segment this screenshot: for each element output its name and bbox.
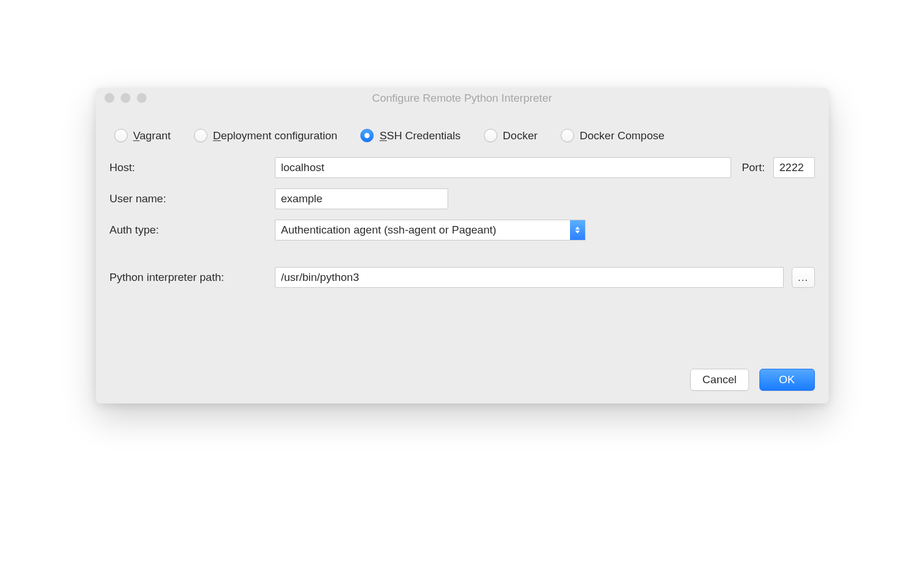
- radio-icon: [114, 129, 128, 142]
- chevron-down-icon: [575, 231, 580, 234]
- titlebar: Configure Remote Python Interpreter: [96, 88, 829, 108]
- radio-icon: [194, 129, 207, 142]
- dialog-content: Vagrant Deployment configuration SSH Cre…: [96, 108, 829, 403]
- dropdown-stepper-icon: [570, 220, 585, 240]
- ellipsis-icon: ...: [798, 272, 808, 284]
- radio-label: Deployment configuration: [213, 129, 337, 142]
- interpreter-path-row: ...: [275, 267, 815, 288]
- radio-inner-dot: [364, 133, 370, 138]
- host-input[interactable]: [275, 157, 732, 178]
- interpreter-type-radios: Vagrant Deployment configuration SSH Cre…: [110, 118, 815, 157]
- minimize-window-icon[interactable]: [121, 93, 131, 103]
- cancel-button[interactable]: Cancel: [690, 369, 748, 391]
- radio-label: Docker: [503, 129, 538, 142]
- close-window-icon[interactable]: [105, 93, 114, 103]
- button-row: Cancel OK: [110, 288, 815, 391]
- chevron-up-icon: [575, 227, 580, 229]
- auth-type-label: Auth type:: [110, 224, 275, 236]
- radio-vagrant[interactable]: Vagrant: [114, 129, 171, 142]
- username-row: [275, 188, 815, 209]
- radio-label: Vagrant: [133, 129, 171, 142]
- browse-button[interactable]: ...: [792, 267, 815, 288]
- username-label: User name:: [110, 192, 275, 205]
- interpreter-path-label: Python interpreter path:: [110, 271, 275, 284]
- username-input[interactable]: [275, 188, 448, 209]
- radio-deployment-configuration[interactable]: Deployment configuration: [194, 129, 337, 142]
- zoom-window-icon[interactable]: [137, 93, 147, 103]
- radio-label: SSH Credentials: [379, 129, 460, 142]
- port-input[interactable]: [773, 157, 815, 178]
- radio-docker-compose[interactable]: Docker Compose: [561, 129, 665, 142]
- window-controls: [96, 93, 147, 103]
- auth-type-dropdown[interactable]: Authentication agent (ssh-agent or Pagea…: [275, 220, 586, 240]
- radio-icon-selected: [360, 129, 374, 142]
- radio-icon: [484, 129, 497, 142]
- dialog-title: Configure Remote Python Interpreter: [96, 92, 829, 105]
- radio-ssh-credentials[interactable]: SSH Credentials: [360, 129, 460, 142]
- ok-button[interactable]: OK: [759, 369, 815, 391]
- radio-docker[interactable]: Docker: [484, 129, 538, 142]
- host-label: Host:: [110, 161, 275, 174]
- form-section: Host: Port: User name: Auth type: Authen…: [110, 157, 815, 288]
- radio-icon: [561, 129, 574, 142]
- configure-remote-interpreter-dialog: Configure Remote Python Interpreter Vagr…: [96, 88, 829, 403]
- radio-label: Docker Compose: [580, 129, 665, 142]
- auth-type-value: Authentication agent (ssh-agent or Pagea…: [275, 220, 570, 240]
- spacer: [110, 251, 815, 257]
- host-row: Port:: [275, 157, 815, 178]
- interpreter-path-input[interactable]: [275, 267, 784, 288]
- port-label: Port:: [742, 161, 765, 174]
- auth-type-row: Authentication agent (ssh-agent or Pagea…: [275, 220, 815, 240]
